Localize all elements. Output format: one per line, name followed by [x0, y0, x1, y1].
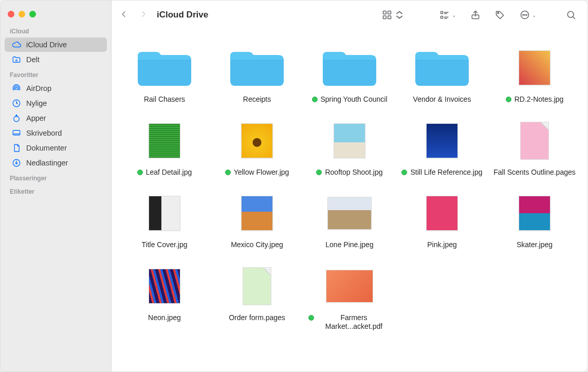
file-item[interactable]: RD.2-Notes.jpg — [491, 45, 578, 104]
image-thumbnail — [311, 190, 388, 236]
file-item[interactable]: Neon.jpeg — [121, 263, 208, 331]
item-label: RD.2-Notes.jpg — [506, 95, 564, 104]
item-label: Title Cover.jpg — [142, 240, 188, 250]
item-label: Vendor & Invoices — [413, 95, 471, 104]
sidebar-item[interactable]: Skrivebord — [5, 126, 107, 140]
sidebar-section-label: Etiketter — [1, 184, 111, 197]
back-button[interactable] — [119, 9, 128, 21]
item-label: Rooftop Shoot.jpg — [316, 168, 382, 177]
action-menu-button[interactable]: ⌄ — [516, 10, 540, 20]
download-icon — [12, 158, 21, 168]
file-item[interactable]: Mexico City.jpeg — [213, 190, 301, 250]
item-label: Farmers Market...acket.pdf — [308, 313, 391, 331]
svg-rect-3 — [388, 16, 391, 19]
sidebar-item[interactable]: Nedlastinger — [5, 156, 107, 170]
pages-thumbnail — [219, 263, 295, 309]
minimize-window-button[interactable] — [19, 11, 25, 17]
sidebar-item[interactable]: Delt — [5, 52, 107, 67]
item-name: Pink.jpeg — [427, 240, 457, 250]
file-item[interactable]: Receipts — [213, 45, 301, 104]
svg-point-15 — [526, 14, 527, 15]
clock-icon — [12, 99, 21, 108]
item-name: RD.2-Notes.jpg — [514, 95, 564, 104]
folder-icon — [404, 45, 480, 91]
image-thumbnail — [126, 118, 203, 164]
item-name: Yellow Flower.jpg — [234, 168, 289, 177]
item-name: Title Cover.jpg — [142, 240, 188, 250]
file-item[interactable]: Fall Scents Outline.pages — [491, 118, 578, 177]
item-name: Order form.pages — [229, 313, 285, 323]
location-title: iCloud Drive — [157, 10, 208, 20]
item-name: Neon.jpeg — [148, 313, 181, 323]
share-button[interactable] — [466, 10, 485, 20]
folder-icon — [126, 45, 203, 91]
item-name: Vendor & Invoices — [413, 95, 471, 104]
svg-rect-1 — [388, 11, 391, 14]
file-item[interactable]: Lone Pine.jpeg — [306, 190, 393, 250]
icon-view-area[interactable]: Rail ChasersReceiptsSpring Youth Council… — [112, 29, 587, 371]
zoom-window-button[interactable] — [29, 11, 36, 17]
close-window-button[interactable] — [8, 11, 14, 17]
item-label: Neon.jpeg — [148, 313, 181, 323]
forward-button[interactable] — [139, 9, 149, 21]
sidebar-item[interactable]: AirDrop — [5, 81, 107, 96]
tag-dot-icon — [401, 170, 407, 175]
file-item[interactable]: Yellow Flower.jpg — [213, 118, 301, 177]
file-item[interactable]: Skater.jpeg — [491, 190, 578, 250]
apps-icon — [12, 114, 21, 123]
item-name: Still Life Reference.jpg — [410, 168, 482, 177]
sidebar-item[interactable]: iCloud Drive — [5, 38, 107, 52]
folder-icon — [311, 45, 388, 91]
file-item[interactable]: Title Cover.jpg — [121, 190, 208, 250]
toolbar: iCloud Drive ⌄ ⌄ — [112, 1, 587, 29]
search-button[interactable] — [562, 10, 580, 20]
item-name: Leaf Detail.jpg — [146, 168, 192, 177]
item-name: Rooftop Shoot.jpg — [325, 168, 382, 177]
sidebar-item-label: iCloud Drive — [26, 41, 67, 49]
group-by-button[interactable]: ⌄ — [435, 10, 460, 20]
file-item[interactable]: Rooftop Shoot.jpg — [306, 118, 393, 177]
image-thumbnail — [497, 190, 573, 236]
sidebar-item[interactable]: Nylige — [5, 96, 107, 110]
file-item[interactable]: Spring Youth Council — [306, 45, 393, 104]
item-label: Rail Chasers — [144, 95, 185, 104]
file-item[interactable]: Farmers Market...acket.pdf — [306, 263, 393, 331]
view-mode-button[interactable] — [378, 10, 409, 20]
sidebar-item[interactable]: Dokumenter — [5, 141, 107, 155]
sidebar: iCloudiCloud DriveDeltFavoritterAirDropN… — [1, 1, 112, 371]
tag-dot-icon — [225, 170, 231, 175]
tag-dot-icon — [506, 97, 511, 102]
sidebar-item-label: Dokumenter — [26, 144, 67, 152]
svg-rect-5 — [441, 16, 443, 18]
file-item[interactable]: Vendor & Invoices — [398, 45, 486, 104]
image-thumbnail — [126, 263, 203, 309]
svg-rect-0 — [383, 11, 387, 14]
tags-button[interactable] — [491, 10, 509, 20]
item-name: Mexico City.jpeg — [231, 240, 283, 250]
sidebar-section-label: Plasseringer — [1, 171, 111, 184]
cloud-icon — [12, 40, 21, 49]
sidebar-section-label: Favoritter — [1, 67, 111, 81]
item-label: Mexico City.jpeg — [231, 240, 283, 250]
file-item[interactable]: Pink.jpeg — [398, 190, 486, 250]
item-name: Rail Chasers — [144, 95, 185, 104]
tag-dot-icon — [312, 97, 318, 102]
item-label: Skater.jpeg — [517, 240, 553, 250]
finder-window: iCloudiCloud DriveDeltFavoritterAirDropN… — [0, 0, 588, 372]
sidebar-section-label: iCloud — [1, 24, 111, 37]
image-thumbnail — [219, 118, 295, 164]
item-name: Fall Scents Outline.pages — [493, 168, 576, 177]
image-thumbnail — [219, 190, 295, 236]
file-item[interactable]: Leaf Detail.jpg — [121, 118, 208, 177]
item-label: Spring Youth Council — [312, 95, 388, 104]
svg-rect-4 — [441, 11, 443, 13]
file-item[interactable]: Still Life Reference.jpg — [398, 118, 486, 177]
sidebar-item[interactable]: Apper — [5, 111, 107, 125]
image-thumbnail — [497, 45, 573, 91]
tag-dot-icon — [316, 170, 322, 175]
file-item[interactable]: Order form.pages — [213, 263, 301, 331]
item-label: Receipts — [243, 95, 271, 104]
file-item[interactable]: Rail Chasers — [121, 45, 208, 104]
pages-thumbnail — [497, 118, 573, 164]
tag-dot-icon — [308, 315, 314, 321]
